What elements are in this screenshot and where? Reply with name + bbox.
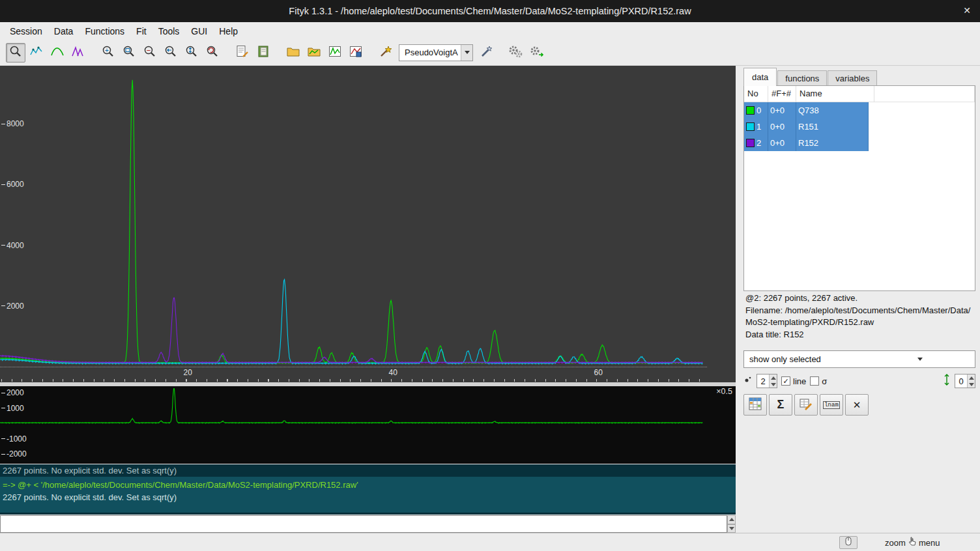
open-data-button[interactable] — [283, 43, 303, 63]
history-down-button[interactable] — [727, 524, 736, 533]
dataset-cell-name: R152 — [796, 135, 869, 151]
statusbar-zoom-label: zoom — [885, 538, 906, 548]
add-function-button[interactable] — [476, 43, 496, 63]
input-history-spinner[interactable] — [727, 515, 736, 533]
tab-data[interactable]: data — [743, 68, 777, 86]
zoom-box-button[interactable] — [119, 43, 139, 63]
function-type-dropdown[interactable]: PseudoVoigtA — [399, 44, 473, 61]
toolbar-separator — [89, 43, 98, 63]
dataset-row[interactable]: 1 0+0 R151 — [744, 119, 869, 135]
fit-undo-button[interactable] — [527, 43, 547, 63]
menu-help[interactable]: Help — [213, 23, 244, 39]
x-tick-label: 20 — [179, 368, 196, 377]
dropdown-arrow-icon[interactable] — [859, 351, 975, 367]
statusbar-menu-label: menu — [919, 538, 940, 548]
statusbar: zoom menu — [0, 533, 980, 551]
curve-icon — [50, 44, 65, 61]
zoom-in-button[interactable]: + — [98, 43, 118, 63]
open-data-options-button[interactable] — [304, 43, 324, 63]
command-input[interactable] — [0, 515, 727, 533]
tab-variables[interactable]: variables — [828, 70, 877, 86]
toolbar-separator — [366, 43, 375, 63]
zoom-vertical-fit-button[interactable] — [182, 43, 201, 63]
grid-pencil-icon — [800, 397, 813, 412]
zoom-all-button[interactable] — [203, 43, 222, 63]
dropdown-arrow-icon[interactable] — [461, 45, 472, 61]
menu-gui[interactable]: GUI — [185, 23, 213, 39]
main-plot-canvas — [0, 66, 736, 382]
auto-add-peak-button[interactable] — [376, 43, 396, 63]
shift-spinner[interactable]: 0 — [955, 374, 975, 388]
data-buttons-row: Σ lnam ✕ — [743, 394, 869, 416]
dataset-row[interactable]: 2 0+0 R152 — [744, 135, 869, 151]
dataset-row[interactable]: 0 0+0 Q738 — [744, 102, 869, 119]
spinner-arrows[interactable] — [769, 374, 777, 388]
session-log-button[interactable] — [253, 43, 273, 63]
spin-down-button[interactable] — [770, 381, 777, 388]
open-folder-icon — [286, 44, 300, 61]
magic-wand-icon — [379, 44, 393, 61]
dataset-color-swatch — [746, 139, 755, 147]
menu-tools[interactable]: Tools — [152, 23, 186, 39]
save-image-icon — [349, 44, 363, 61]
open-folder-chart-icon — [307, 44, 321, 61]
history-up-button[interactable] — [727, 515, 736, 524]
export-plot-button[interactable] — [325, 43, 345, 63]
delete-dataset-button[interactable]: ✕ — [845, 394, 869, 416]
close-window-button[interactable]: ✕ — [963, 5, 971, 16]
menu-fit[interactable]: Fit — [130, 23, 152, 39]
sum-button[interactable]: Σ — [769, 394, 792, 416]
data-table-button[interactable] — [743, 394, 767, 416]
aux-y-tick-label: 2000 — [1, 388, 24, 397]
checkbox-unchecked-icon — [810, 376, 819, 386]
zoom-all-icon — [205, 44, 220, 61]
tab-functions[interactable]: functions — [777, 70, 827, 86]
column-header-filler — [874, 86, 975, 102]
spinner-arrows[interactable] — [967, 374, 975, 388]
column-header-fpf: #F+# — [768, 86, 796, 102]
table-grid-icon — [749, 397, 762, 412]
point-size-icon — [743, 375, 753, 387]
aux-scale-label: ×0.5 — [716, 387, 732, 396]
spin-up-button[interactable] — [770, 374, 777, 381]
shift-updown-icon — [943, 374, 951, 388]
rename-button[interactable]: lnam — [820, 394, 843, 416]
sigma-checkbox-label: σ — [822, 376, 827, 386]
show-filter-dropdown[interactable]: show only selected — [743, 350, 975, 368]
console-selected-block: =-> @+ < '/home/aleplo/test/Documents/Ch… — [0, 477, 736, 513]
save-image-button[interactable] — [346, 43, 366, 63]
line-checkbox[interactable]: ✓ line — [781, 376, 806, 386]
menu-session[interactable]: Session — [4, 23, 48, 39]
spin-down-button[interactable] — [968, 381, 975, 388]
zoom-out-button[interactable]: − — [140, 43, 160, 63]
aux-plot[interactable]: ×0.5 20001000-1000-2000 — [0, 386, 736, 464]
dataset-cell-fpf: 0+0 — [768, 135, 796, 151]
zero-axis-line — [0, 367, 707, 367]
window-title: Fityk 1.3.1 - /home/aleplo/test/Document… — [289, 6, 691, 16]
sigma-checkbox[interactable]: σ — [810, 376, 827, 386]
mouse-mode-button[interactable] — [839, 536, 857, 549]
dataset-cell-no: 0 — [744, 102, 768, 119]
menu-data[interactable]: Data — [48, 23, 79, 39]
script-page-icon — [235, 44, 250, 61]
edit-script-button[interactable] — [233, 43, 252, 63]
edit-data-button[interactable] — [794, 394, 818, 416]
y-tick-label: 4000 — [1, 241, 24, 250]
spin-up-button[interactable] — [968, 374, 975, 381]
gears-icon — [508, 44, 524, 61]
console-line: 2267 points. No explicit std. dev. Set a… — [0, 464, 736, 477]
background-mode-button[interactable] — [48, 43, 67, 63]
data-points-icon — [29, 44, 44, 61]
point-size-spinner[interactable]: 2 — [757, 374, 777, 388]
main-plot[interactable]: 2000400060008000204060 — [0, 66, 736, 382]
output-console[interactable]: 2267 points. No explicit std. dev. Set a… — [0, 464, 736, 515]
zoom-out-icon: − — [143, 44, 157, 61]
zoom-previous-button[interactable] — [161, 43, 180, 63]
add-peak-mode-button[interactable] — [68, 43, 88, 63]
zoom-mode-button[interactable] — [6, 43, 25, 63]
y-tick-label: 8000 — [1, 119, 24, 128]
main-toolbar: + − — [0, 40, 980, 66]
data-range-mode-button[interactable] — [27, 43, 46, 63]
menu-functions[interactable]: Functions — [79, 23, 130, 39]
fit-run-button[interactable] — [506, 43, 526, 63]
